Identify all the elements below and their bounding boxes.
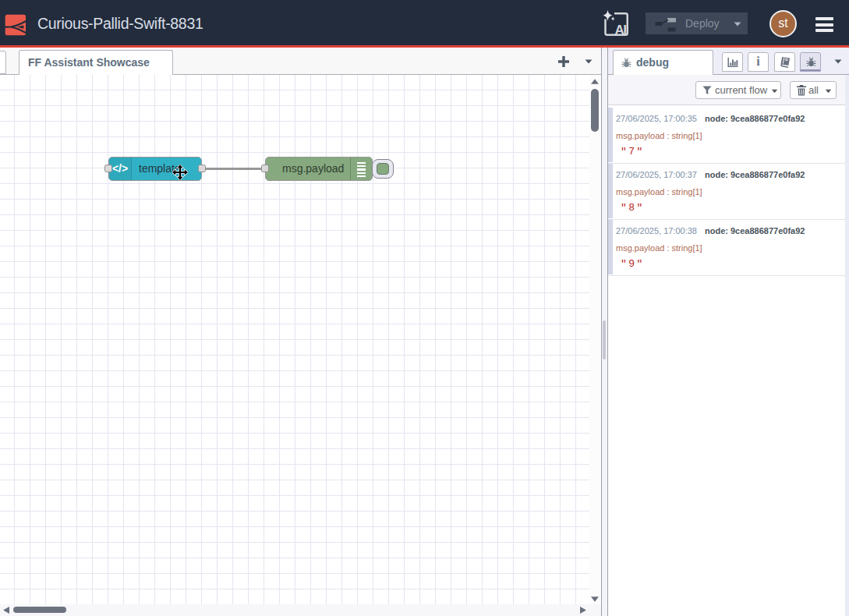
svg-text:AI: AI — [614, 23, 626, 37]
